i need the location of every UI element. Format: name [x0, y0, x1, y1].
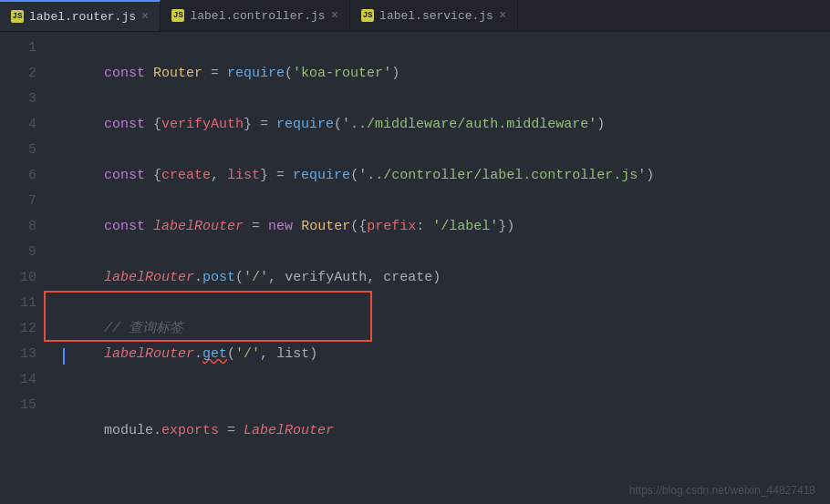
editor: 1 2 3 4 5 6 7 8 9 10 11 12 13 14 15 cons… [0, 32, 830, 504]
ln-7: 7 [7, 189, 36, 214]
code-line-4 [55, 112, 830, 138]
code-line-14 [55, 367, 830, 393]
ln-13: 13 [7, 342, 36, 367]
ln-2: 2 [7, 61, 36, 87]
ln-9: 9 [7, 240, 36, 265]
code-line-12: labelRouter.get('/', list) [55, 316, 830, 342]
ln-4: 4 [7, 112, 36, 138]
ln-11: 11 [7, 291, 36, 316]
ln-5: 5 [7, 138, 36, 163]
tab-router-label: label.router.js [29, 10, 136, 24]
tab-service-close[interactable]: × [499, 9, 506, 22]
code-line-5: const {create, list} = require('../contr… [55, 138, 830, 163]
tab-service-label: label.service.js [379, 9, 493, 23]
code-line-15: module.exports = LabelRouter [55, 393, 830, 418]
ln-15: 15 [7, 393, 36, 418]
tab-controller-close[interactable]: × [331, 9, 338, 22]
watermark: https://blog.csdn.net/weixin_44827418 [629, 484, 815, 497]
code-line-7: const labelRouter = new Router({prefix: … [55, 189, 830, 214]
ln-8: 8 [7, 214, 36, 240]
tab-service-icon: JS [361, 9, 374, 22]
tab-service[interactable]: JS label.service.js × [350, 0, 518, 31]
line-numbers: 1 2 3 4 5 6 7 8 9 10 11 12 13 14 15 [0, 32, 44, 504]
tab-controller[interactable]: JS label.controller.js × [161, 0, 350, 31]
code-line-10 [55, 265, 830, 291]
code-line-1: const Router = require('koa-router') [55, 36, 830, 61]
ln-10: 10 [7, 265, 36, 291]
tab-controller-label: label.controller.js [190, 9, 325, 23]
code-line-3: const {verifyAuth} = require('../middlew… [55, 87, 830, 112]
ln-14: 14 [7, 367, 36, 393]
tab-router[interactable]: JS label.router.js × [0, 0, 161, 31]
ln-1: 1 [7, 36, 36, 61]
code-line-9: labelRouter.post('/', verifyAuth, create… [55, 240, 830, 265]
code-line-11: // 查询标签 [55, 291, 830, 316]
tab-bar: JS label.router.js × JS label.controller… [0, 0, 830, 32]
tab-controller-icon: JS [171, 9, 184, 22]
code-line-2 [55, 61, 830, 87]
ln-3: 3 [7, 87, 36, 112]
tab-router-close[interactable]: × [141, 10, 149, 23]
tab-router-icon: JS [11, 10, 24, 23]
code-area[interactable]: const Router = require('koa-router') con… [44, 32, 830, 504]
code-line-13 [55, 342, 830, 367]
code-line-6 [55, 163, 830, 189]
ln-6: 6 [7, 163, 36, 189]
ln-12: 12 [7, 316, 36, 342]
code-line-8 [55, 214, 830, 240]
